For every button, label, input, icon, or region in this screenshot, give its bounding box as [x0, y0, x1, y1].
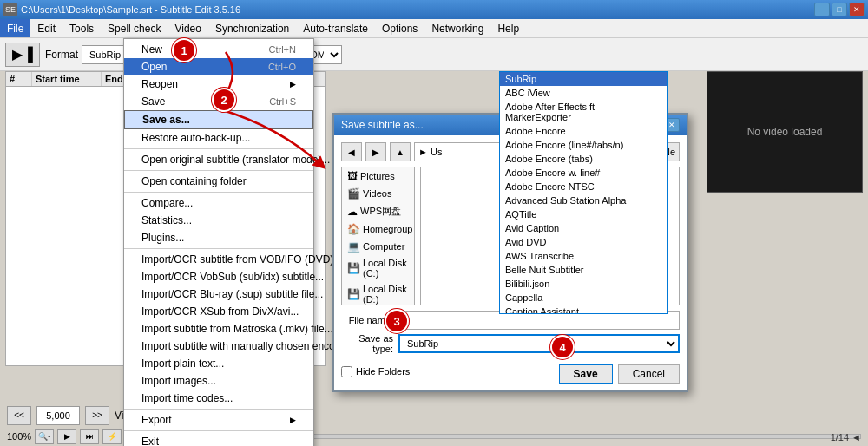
menu-compare[interactable]: Compare...: [124, 194, 313, 212]
format-item-advanced-sub[interactable]: Advanced Sub Station Alpha: [500, 193, 667, 207]
cancel-button[interactable]: Cancel: [618, 364, 680, 384]
dialog-forward-btn[interactable]: ▶: [365, 142, 386, 161]
nav-computer[interactable]: 💻 Computer: [342, 238, 414, 255]
menu-item-synchronization[interactable]: Synchronization: [208, 19, 296, 37]
step-fwd-btn[interactable]: ⏭: [80, 429, 99, 444]
format-item-adobe-ntsc[interactable]: Adobe Encore NTSC: [500, 180, 667, 193]
nav-pictures[interactable]: 🖼 Pictures: [342, 167, 414, 185]
nav-next-btn[interactable]: >>: [85, 406, 109, 425]
savetype-label: Save as type:: [341, 333, 393, 354]
dialog-nav-panel: 🖼 Pictures 🎬 Videos ☁ WPS网盘 🏠 Homegroup …: [341, 167, 415, 305]
format-item-adobe-w[interactable]: Adobe Encore w. line#: [500, 166, 667, 180]
nav-local-c[interactable]: 💾 Local Disk (C:): [342, 255, 414, 281]
menu-export[interactable]: Export: [124, 411, 313, 429]
format-item-adobe-ae[interactable]: Adobe After Effects ft-MarkerExporter: [500, 100, 667, 124]
menu-item-help[interactable]: Help: [490, 19, 526, 37]
format-item-cappella[interactable]: Cappella: [500, 291, 667, 305]
zoom-minus-btn[interactable]: 🔍-: [35, 429, 54, 444]
menu-import-plain[interactable]: Import plain text...: [124, 355, 313, 372]
savetype-select[interactable]: SubRip: [398, 334, 680, 353]
videos-icon: 🎬: [347, 187, 360, 200]
annotation-3: 3: [386, 311, 407, 331]
format-item-avid-caption[interactable]: Avid Caption: [500, 221, 667, 235]
menu-item-options[interactable]: Options: [375, 19, 424, 37]
menu-import-timecodes[interactable]: Import time codes...: [124, 390, 313, 407]
menu-import-encoding[interactable]: Import subtitle with manually chosen enc…: [124, 338, 313, 355]
sep5: [124, 409, 313, 410]
sep3: [124, 192, 313, 193]
menu-open[interactable]: Open Ctrl+O: [124, 58, 313, 75]
format-item-aqtitle[interactable]: AQTitle: [500, 207, 667, 221]
speed-btn[interactable]: ⚡: [102, 429, 122, 444]
menu-open-folder[interactable]: Open containing folder: [124, 173, 313, 190]
format-item-adobe-linetabs[interactable]: Adobe Encore (line#/tabs/n): [500, 138, 667, 152]
minimize-button[interactable]: –: [814, 3, 830, 16]
format-item-caption-assistant[interactable]: Caption Assistant: [500, 305, 667, 314]
wps-icon: ☁: [347, 206, 358, 218]
window-title: C:\Users\1\Desktop\Sample.srt - Subtitle…: [21, 4, 814, 15]
menu-import-vobsub[interactable]: Import/OCR VobSub (sub/idx) subtitle...: [124, 268, 313, 285]
maximize-button[interactable]: □: [832, 3, 847, 16]
menu-import-bluray[interactable]: Import/OCR Blu-ray (.sup) subtitle file.…: [124, 285, 313, 303]
dialog-back-btn[interactable]: ◀: [341, 142, 362, 161]
menu-item-tools[interactable]: Tools: [62, 19, 101, 37]
menu-import-mkv[interactable]: Import subtitle from Matroska (.mkv) fil…: [124, 320, 313, 338]
annotation-4: 4: [552, 337, 573, 357]
menu-item-spellcheck[interactable]: Spell check: [101, 19, 168, 37]
nav-homegroup[interactable]: 🏠 Homegroup: [342, 220, 414, 238]
disk-c-icon: 💾: [347, 262, 360, 274]
dialog-title-text: Save subtitle as...: [341, 119, 424, 131]
menu-item-networking[interactable]: Networking: [424, 19, 490, 37]
dialog-up-btn[interactable]: ▲: [390, 142, 411, 161]
format-item-avid-dvd[interactable]: Avid DVD: [500, 235, 667, 249]
format-item-belle[interactable]: Belle Nuit Subtitler: [500, 263, 667, 277]
hide-folders-row: Hide Folders: [341, 366, 410, 377]
menu-restore[interactable]: Restore auto-back-up...: [124, 129, 313, 147]
hide-folders-label: Hide Folders: [356, 366, 410, 377]
menu-import-images[interactable]: Import images...: [124, 372, 313, 390]
menu-import-vob[interactable]: Import/OCR subtitle from VOB/IFO (DVD)..…: [124, 251, 313, 268]
format-item-aws[interactable]: AWS Transcribe: [500, 249, 667, 263]
homegroup-icon: 🏠: [347, 223, 360, 235]
pictures-icon: 🖼: [347, 170, 358, 182]
nav-videos[interactable]: 🎬 Videos: [342, 185, 414, 202]
app-icon: SE: [3, 3, 17, 16]
menu-bar: File Edit Tools Spell check Video Synchr…: [0, 19, 868, 38]
computer-icon: 💻: [347, 240, 360, 253]
format-item-abc[interactable]: ABC iView: [500, 86, 667, 100]
zoom-label: 100%: [7, 431, 31, 442]
nav-value-input[interactable]: [36, 406, 80, 425]
disk-d-icon: 💾: [347, 288, 360, 300]
window-controls: – □ ✕: [814, 3, 865, 16]
menu-statistics[interactable]: Statistics...: [124, 212, 313, 229]
close-button[interactable]: ✕: [849, 3, 865, 16]
format-item-adobe-tabs[interactable]: Adobe Encore (tabs): [500, 152, 667, 166]
menu-item-edit[interactable]: Edit: [30, 19, 62, 37]
play-btn[interactable]: ▶: [57, 429, 76, 444]
menu-import-xsub[interactable]: Import/OCR XSub from DivX/avi...: [124, 303, 313, 320]
video-toolbar-btn[interactable]: ▶▐: [5, 43, 40, 67]
menu-exit[interactable]: Exit: [124, 433, 313, 446]
col-num: #: [6, 72, 32, 86]
menu-item-video[interactable]: Video: [168, 19, 207, 37]
save-button[interactable]: Save: [559, 364, 613, 384]
format-item-bilibili[interactable]: Bilibili.json: [500, 277, 667, 291]
nav-local-d[interactable]: 💾 Local Disk (D:): [342, 281, 414, 305]
menu-open-original[interactable]: Open original subtitle (translator mode)…: [124, 151, 313, 168]
savetype-row: Save as type: SubRip: [341, 333, 680, 354]
col-start: Start time: [32, 72, 102, 86]
video-panel: No video loaded: [707, 71, 863, 193]
annotation-1: 1: [174, 40, 194, 61]
hide-folders-checkbox[interactable]: [341, 366, 352, 377]
menu-save-as[interactable]: Save as...: [124, 110, 313, 129]
menu-item-file[interactable]: File: [0, 19, 30, 37]
nav-prev-btn[interactable]: <<: [7, 406, 31, 425]
format-item-subrip[interactable]: SubRip: [500, 72, 667, 86]
format-label: Format: [45, 49, 78, 61]
nav-wps[interactable]: ☁ WPS网盘: [342, 202, 414, 220]
format-item-adobe-encore[interactable]: Adobe Encore: [500, 124, 667, 138]
menu-plugins[interactable]: Plugins...: [124, 229, 313, 246]
menu-new[interactable]: New Ctrl+N: [124, 41, 313, 58]
annotation-2: 2: [214, 89, 234, 110]
menu-item-autotranslate[interactable]: Auto-translate: [296, 19, 375, 37]
